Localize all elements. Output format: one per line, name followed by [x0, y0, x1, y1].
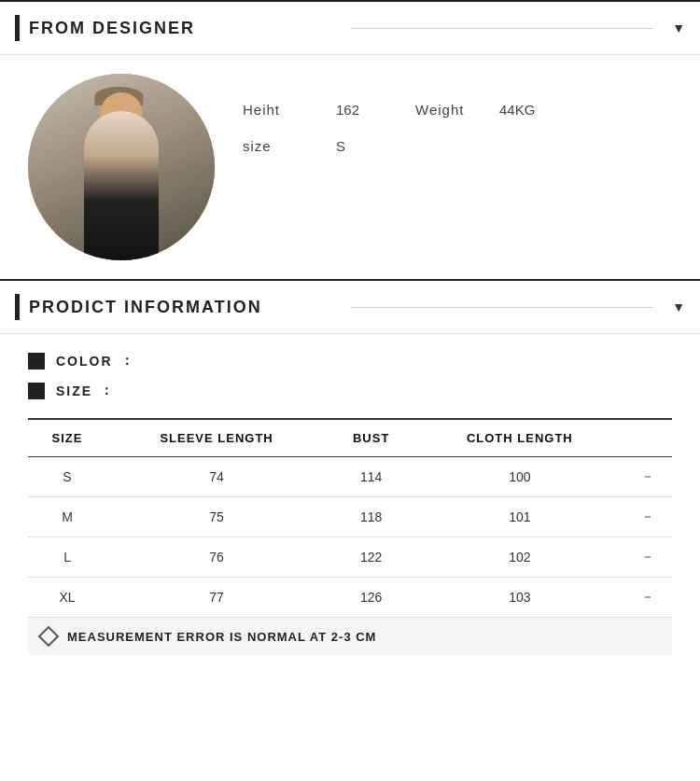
diamond-icon	[38, 626, 60, 648]
chevron-down-icon[interactable]: ▼	[672, 21, 685, 35]
col-sleeve: SLEEVE LENGTH	[106, 420, 327, 457]
col-size: SIZE	[28, 420, 106, 457]
table-row: S 74 114 100 －	[28, 457, 672, 497]
table-header-row: SIZE SLEEVE LENGTH BUST CLOTH LENGTH	[28, 420, 672, 457]
header-divider-2	[351, 307, 654, 308]
header-bar-2	[15, 294, 20, 320]
cell-extra-m: －	[623, 497, 672, 537]
color-row: COLOR ：	[28, 353, 672, 370]
weight-value: 44KG	[499, 102, 535, 118]
cell-size-xl: XL	[28, 578, 106, 618]
designer-stats: Heiht 162 Weight 44KG size S	[243, 74, 672, 174]
cell-cloth-l: 102	[415, 537, 623, 578]
chevron-down-icon-2[interactable]: ▼	[672, 300, 685, 314]
size-table: SIZE SLEEVE LENGTH BUST CLOTH LENGTH S 7…	[28, 420, 672, 655]
cell-cloth-s: 100	[415, 457, 623, 497]
footer-note-inner: MEASUREMENT ERROR IS NORMAL AT 2-3 CM	[41, 629, 659, 644]
cell-cloth-xl: 103	[415, 578, 623, 618]
cell-bust-l: 122	[327, 537, 415, 578]
from-designer-body: Heiht 162 Weight 44KG size S	[0, 55, 700, 279]
size-table-wrapper: SIZE SLEEVE LENGTH BUST CLOTH LENGTH S 7…	[28, 418, 672, 655]
from-designer-title: FROM DESIGNER	[29, 19, 332, 38]
table-row: XL 77 126 103 －	[28, 578, 672, 618]
size-label: size	[243, 138, 308, 154]
product-info-header: PRODICT INFORMATION ▼	[0, 279, 700, 334]
photo-placeholder	[28, 74, 215, 260]
header-bar	[15, 15, 20, 41]
col-extra	[623, 420, 672, 457]
designer-photo	[28, 74, 215, 260]
size-value: S	[336, 138, 345, 154]
table-footer-row: MEASUREMENT ERROR IS NORMAL AT 2-3 CM	[28, 618, 672, 656]
col-bust: BUST	[327, 420, 415, 457]
cell-extra-l: －	[623, 537, 672, 578]
cell-extra-s: －	[623, 457, 672, 497]
cell-cloth-m: 101	[415, 497, 623, 537]
product-info-title: PRODICT INFORMATION	[29, 298, 332, 317]
table-row: M 75 118 101 －	[28, 497, 672, 537]
weight-label: Weight	[415, 102, 481, 118]
size-icon	[28, 383, 45, 399]
header-divider	[351, 28, 654, 29]
height-value: 162	[336, 102, 359, 118]
cell-sleeve-s: 74	[106, 457, 327, 497]
size-option-colon: ：	[100, 383, 113, 399]
cell-bust-xl: 126	[327, 578, 415, 618]
cell-sleeve-m: 75	[106, 497, 327, 537]
color-icon	[28, 353, 45, 370]
table-footer: MEASUREMENT ERROR IS NORMAL AT 2-3 CM	[28, 618, 672, 656]
cell-sleeve-xl: 77	[106, 578, 327, 618]
size-row: size S	[243, 138, 672, 154]
from-designer-header: FROM DESIGNER ▼	[0, 0, 700, 55]
col-cloth: CLOTH LENGTH	[415, 420, 623, 457]
table-row: L 76 122 102 －	[28, 537, 672, 578]
product-info-body: COLOR ： SIZE ： SIZE SLEEVE LENGTH BUST C…	[0, 334, 700, 674]
cell-extra-xl: －	[623, 578, 672, 618]
height-weight-row: Heiht 162 Weight 44KG	[243, 102, 672, 118]
footer-note-text: MEASUREMENT ERROR IS NORMAL AT 2-3 CM	[67, 630, 376, 644]
cell-size-l: L	[28, 537, 106, 578]
cell-sleeve-l: 76	[106, 537, 327, 578]
height-label: Heiht	[243, 102, 308, 118]
footer-note-cell: MEASUREMENT ERROR IS NORMAL AT 2-3 CM	[28, 618, 672, 656]
table-body: S 74 114 100 － M 75 118 101 － L 76 122	[28, 457, 672, 618]
size-option-label: SIZE	[56, 384, 92, 398]
color-label: COLOR	[56, 354, 113, 369]
size-option-row: SIZE ：	[28, 383, 672, 399]
color-colon: ：	[120, 353, 133, 370]
cell-bust-m: 118	[327, 497, 415, 537]
cell-bust-s: 114	[327, 457, 415, 497]
cell-size-m: M	[28, 497, 106, 537]
photo-figure	[84, 111, 159, 260]
cell-size-s: S	[28, 457, 106, 497]
table-header: SIZE SLEEVE LENGTH BUST CLOTH LENGTH	[28, 420, 672, 457]
